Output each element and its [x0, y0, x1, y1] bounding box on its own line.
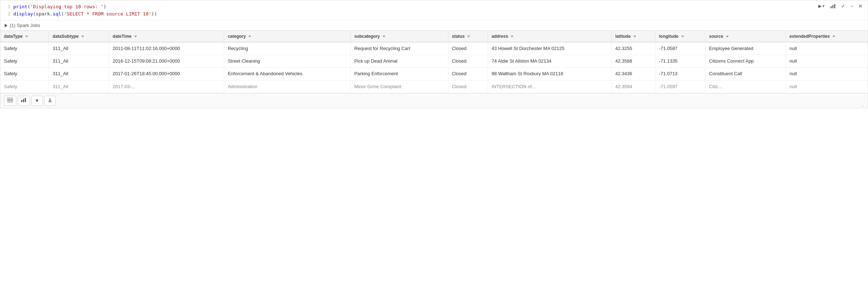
cell-extendedProperties: null [786, 42, 868, 55]
cell-subcategory: Parking Enforcement [351, 68, 448, 80]
chart-button[interactable] [829, 3, 837, 9]
cell-category: Enforcement & Abandoned Vehicles [224, 68, 351, 80]
cell-category: Recycling [224, 42, 351, 55]
view-dropdown-button[interactable]: ▼ [31, 96, 43, 106]
cell-longitude: -71.0597 [655, 80, 705, 93]
sort-icon-status [467, 36, 470, 37]
sort-icon-extendedProperties [832, 36, 835, 37]
table-row: Safety311_All2017-01-26T18:45:00.000+000… [0, 68, 868, 80]
cell-latitude: 42.3588 [611, 55, 655, 68]
cell-source: Employee Generated [705, 42, 786, 55]
cell-address: INTERSECTION of... [488, 80, 612, 93]
cell-extendedProperties: null [786, 80, 868, 93]
code-fn-2: display [13, 11, 33, 17]
code-fn-3: sql [53, 11, 61, 17]
cell-dateTime: 2017-01-26T18:45:00.000+0000 [109, 68, 224, 80]
col-header-longitude[interactable]: longitude [655, 31, 705, 42]
cell-subcategory: Minor Grme Complaint [351, 80, 448, 93]
sort-icon-subcategory [383, 36, 385, 37]
col-header-extendedProperties[interactable]: extendedProperties [786, 31, 868, 42]
table-view-button[interactable] [4, 96, 16, 106]
cell-address: 74 Aldie St Allston MA 02134 [488, 55, 612, 68]
check-button[interactable]: ✓ [840, 3, 847, 10]
minimize-button[interactable]: − [849, 3, 855, 10]
close-button[interactable]: ✕ [857, 3, 864, 10]
table-row: Safety311_All2011-08-11T11:02:16.000+000… [0, 42, 868, 55]
svg-rect-3 [7, 98, 13, 103]
code-line-1: 1 print('Displaying top 10 rows: ') [5, 3, 863, 10]
cell-latitude: 42.3255 [611, 42, 655, 55]
sort-icon-source [726, 36, 729, 37]
cell-extendedProperties: null [786, 55, 868, 68]
cell-dateTime: 2017-03-... [109, 80, 224, 93]
col-header-source[interactable]: source [705, 31, 786, 42]
cell-status: Closed [448, 80, 488, 93]
code-content-1: print('Displaying top 10 rows: ') [13, 3, 106, 10]
cell-longitude: -71.0713 [655, 68, 705, 80]
cell-dataType: Safety [0, 42, 49, 55]
spark-jobs-label: (1) Spark Jobs [10, 23, 40, 28]
run-button[interactable]: ▶ ▼ [817, 3, 827, 9]
cell-latitude: 42.3436 [611, 68, 655, 80]
sort-icon-latitude [633, 36, 636, 37]
col-header-dateTime[interactable]: dateTime [109, 31, 224, 42]
cell-subcategory: Request for Recycling Cart [351, 42, 448, 55]
check-icon: ✓ [841, 3, 845, 9]
cell-dateTime: 2011-08-11T11:02:16.000+0000 [109, 42, 224, 55]
svg-rect-2 [834, 4, 835, 8]
svg-rect-1 [832, 5, 833, 8]
download-icon [48, 98, 53, 104]
spark-jobs-row[interactable]: (1) Spark Jobs [0, 21, 868, 31]
chart-view-button[interactable] [18, 96, 30, 106]
code-content-2: display(spark.sql('SELECT * FROM source … [13, 10, 157, 18]
code-line-2: 2 display(spark.sql('SELECT * FROM sourc… [5, 10, 863, 18]
svg-rect-8 [21, 100, 22, 102]
cell-dataSubtype: 311_All [49, 80, 109, 93]
col-header-category[interactable]: category [224, 31, 351, 42]
download-button[interactable] [44, 96, 56, 106]
code-area: 1 print('Displaying top 10 rows: ') 2 di… [0, 0, 868, 21]
cell-dataType: Safety [0, 55, 49, 68]
code-toolbar: ▶ ▼ ✓ − ✕ [817, 3, 864, 10]
sort-icon-dateTime [134, 36, 137, 37]
close-icon: ✕ [858, 3, 863, 9]
sort-icon-category [248, 36, 251, 37]
cell-status: Closed [448, 68, 488, 80]
bottom-toolbar: ▼ [0, 93, 868, 108]
col-header-address[interactable]: address [488, 31, 612, 42]
col-header-dataType[interactable]: dataType [0, 31, 49, 42]
sort-icon-longitude [681, 36, 684, 37]
cell-dataType: Safety [0, 68, 49, 80]
line-number-2: 2 [5, 10, 10, 18]
line-number-1: 1 [5, 3, 10, 10]
resize-handle[interactable]: ⌟ [862, 103, 866, 107]
cell-subcategory: Pick up Dead Animal [351, 55, 448, 68]
code-string-1: 'Displaying top 10 rows: ' [30, 4, 104, 9]
notebook-cell: 1 print('Displaying top 10 rows: ') 2 di… [0, 0, 868, 108]
data-table-container: dataType dataSubtype dateTime category [0, 31, 868, 93]
code-fn-1: print [13, 4, 27, 9]
cell-dataSubtype: 311_All [49, 42, 109, 55]
col-header-dataSubtype[interactable]: dataSubtype [49, 31, 109, 42]
cell-address: 43 Howell St Dorchester MA 02125 [488, 42, 612, 55]
col-header-subcategory[interactable]: subcategory [351, 31, 448, 42]
cell-source: Constituent Call [705, 68, 786, 80]
sort-icon-dataType [25, 36, 28, 37]
sort-icon-dataSubtype [81, 36, 84, 37]
cell-extendedProperties: null [786, 68, 868, 80]
svg-rect-10 [25, 98, 26, 102]
sort-icon-address [511, 36, 514, 37]
run-icon: ▶ [818, 4, 822, 9]
bar-chart-icon [21, 98, 27, 104]
minimize-icon: − [850, 3, 853, 9]
table-icon [7, 98, 13, 104]
chart-icon [830, 4, 836, 9]
cell-source: Citizens Connect App [705, 55, 786, 68]
data-table: dataType dataSubtype dateTime category [0, 31, 868, 93]
col-header-latitude[interactable]: latitude [611, 31, 655, 42]
cell-status: Closed [448, 55, 488, 68]
cell-latitude: 42.3594 [611, 80, 655, 93]
col-header-status[interactable]: status [448, 31, 488, 42]
table-header-row: dataType dataSubtype dateTime category [0, 31, 868, 42]
cell-longitude: -71.1335 [655, 55, 705, 68]
